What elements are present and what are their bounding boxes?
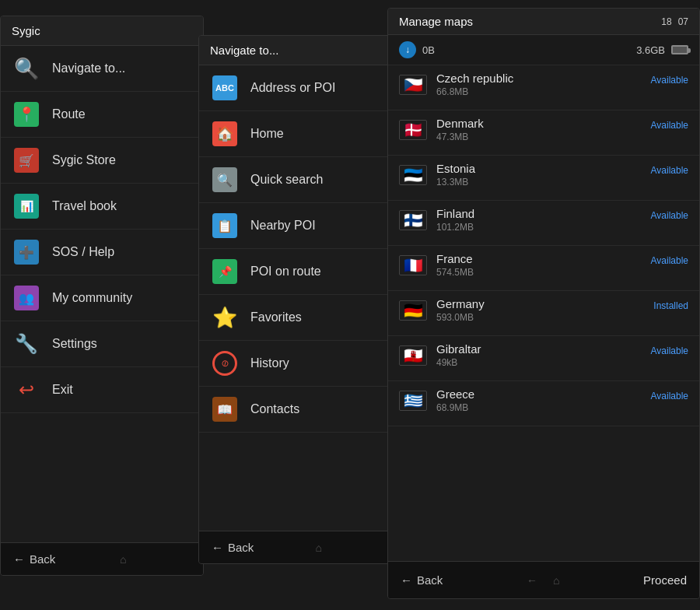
proceed-label: Proceed <box>643 573 687 587</box>
panel2-home-indicator: ⌂ <box>315 542 321 554</box>
panel3-back-button[interactable]: ← Back <box>401 573 443 587</box>
map-item-czech[interactable]: 🇨🇿 Czech republic 66.8MB Available <box>388 65 699 110</box>
map-status-denmark: Available <box>634 120 688 131</box>
map-item-estonia[interactable]: 🇪🇪 Estonia 13.3MB Available <box>388 156 699 201</box>
community-icon: 👥 <box>12 283 41 313</box>
menu-item-sos[interactable]: ➕ SOS / Help <box>1 230 203 275</box>
favorites-icon: ⭐ <box>210 303 240 332</box>
favorites-label: Favorites <box>250 310 302 324</box>
proceed-button[interactable]: Proceed <box>643 573 687 587</box>
map-name-finland: Finland <box>436 207 634 220</box>
map-item-denmark[interactable]: 🇩🇰 Denmark 47.3MB Available <box>388 110 699 156</box>
map-status-france: Available <box>634 255 688 266</box>
panel1-back-label: Back <box>30 552 55 566</box>
poiroute-icon: 📌 <box>210 257 240 286</box>
menu-item-nearbypoi[interactable]: 📋 Nearby POI <box>199 203 396 249</box>
map-info-finland: Finland 101.2MB <box>436 207 634 233</box>
contacts-icon: 📖 <box>210 394 240 424</box>
exit-icon: ↩ <box>12 375 41 405</box>
map-size-gibraltar: 49kB <box>436 357 634 368</box>
map-name-czech: Czech republic <box>436 72 634 85</box>
panel2-bottom-bar: ← Back ⌂ <box>199 531 396 563</box>
map-item-germany[interactable]: 🇩🇪 Germany 593.0MB Installed <box>388 291 699 336</box>
panel1-back-button[interactable]: ← Back <box>13 552 55 566</box>
route-icon: 📍 <box>12 100 41 129</box>
map-item-finland[interactable]: 🇫🇮 Finland 101.2MB Available <box>388 201 699 246</box>
map-item-france[interactable]: 🇫🇷 France 574.5MB Available <box>388 246 699 291</box>
nearbypoi-label: Nearby POI <box>250 219 316 233</box>
store-icon: 🛒 <box>12 145 41 175</box>
history-icon: ⊘ <box>210 349 240 378</box>
panel1-home-indicator: ⌂ <box>120 553 126 566</box>
menu-item-route[interactable]: 📍 Route <box>1 92 203 138</box>
quicksearch-icon: 🔍 <box>210 165 240 195</box>
panel2-back-label: Back <box>228 541 254 554</box>
map-status-greece: Available <box>634 391 688 401</box>
menu-item-quicksearch[interactable]: 🔍 Quick search <box>199 157 396 203</box>
panel2-back-button[interactable]: ← Back <box>212 541 254 554</box>
menu-item-history[interactable]: ⊘ History <box>199 341 396 387</box>
map-item-greece[interactable]: 🇬🇷 Greece 68.9MB Available <box>388 381 699 426</box>
menu-item-exit[interactable]: ↩ Exit <box>1 367 203 413</box>
store-label: Sygic Store <box>52 153 116 167</box>
community-label: My community <box>52 291 132 305</box>
flag-france: 🇫🇷 <box>399 255 427 275</box>
menu-item-store[interactable]: 🛒 Sygic Store <box>1 138 203 184</box>
menu-item-community[interactable]: 👥 My community <box>1 275 203 321</box>
home-icon: 🏠 <box>210 119 240 149</box>
map-size-estonia: 13.3MB <box>436 177 634 188</box>
panel-sygic-main: Sygic 🔍 Navigate to... 📍 Route 🛒 Sygic S… <box>0 16 204 576</box>
menu-item-settings[interactable]: 🔧 Settings <box>1 321 203 367</box>
map-item-gibraltar[interactable]: 🇬🇮 Gibraltar 49kB Available <box>388 336 699 381</box>
home-label: Home <box>250 127 284 141</box>
map-status-czech: Available <box>634 75 688 86</box>
address-icon: ABC <box>210 73 240 103</box>
history-label: History <box>250 356 289 370</box>
menu-item-contacts[interactable]: 📖 Contacts <box>199 387 396 433</box>
menu-item-favorites[interactable]: ⭐ Favorites <box>199 295 396 341</box>
panel3-back-label: Back <box>417 573 443 587</box>
map-status-germany: Installed <box>634 300 688 311</box>
map-name-denmark: Denmark <box>436 117 634 130</box>
menu-item-home[interactable]: 🏠 Home <box>199 111 396 157</box>
map-info-czech: Czech republic 66.8MB <box>436 72 634 97</box>
settings-label: Settings <box>52 337 97 351</box>
menu-item-poiroute[interactable]: 📌 POI on route <box>199 249 396 295</box>
battery-icon <box>671 45 688 54</box>
time-minutes: 07 <box>678 16 688 27</box>
map-size-france: 574.5MB <box>436 267 634 278</box>
map-info-germany: Germany 593.0MB <box>436 297 634 323</box>
flag-germany: 🇩🇪 <box>399 300 427 321</box>
storage-total: 3.6GB <box>636 44 665 56</box>
manage-maps-header: Manage maps 18 07 <box>388 9 699 35</box>
map-size-denmark: 47.3MB <box>436 131 634 142</box>
menu-item-navigate[interactable]: 🔍 Navigate to... <box>1 46 203 92</box>
sygic-title: Sygic <box>12 24 40 37</box>
map-info-gibraltar: Gibraltar 49kB <box>436 342 634 368</box>
menu-item-address[interactable]: ABC Address or POI <box>199 65 396 111</box>
menu-item-travelbook[interactable]: 📊 Travel book <box>1 184 203 230</box>
navigate-icon: 🔍 <box>12 54 41 83</box>
map-size-finland: 101.2MB <box>436 222 634 233</box>
map-info-denmark: Denmark 47.3MB <box>436 117 634 142</box>
map-name-estonia: Estonia <box>436 162 634 175</box>
panel2-back-arrow: ← <box>212 541 223 554</box>
map-info-greece: Greece 68.9MB <box>436 387 634 413</box>
travelbook-label: Travel book <box>52 199 117 213</box>
sos-icon: ➕ <box>12 237 41 267</box>
route-label: Route <box>52 107 86 121</box>
manage-maps-title: Manage maps <box>399 15 473 28</box>
flag-gibraltar: 🇬🇮 <box>399 345 427 366</box>
navigate-to-menu-list: ABC Address or POI 🏠 Home 🔍 Quick search… <box>199 65 396 433</box>
download-icon: ↓ <box>399 41 416 58</box>
navigate-label: Navigate to... <box>52 61 125 75</box>
storage-used: 0B <box>422 44 435 56</box>
map-status-finland: Available <box>634 210 688 221</box>
map-status-gibraltar: Available <box>634 345 688 356</box>
panel3-back-arrow: ← <box>401 573 412 587</box>
map-info-france: France 574.5MB <box>436 252 634 278</box>
address-label: Address or POI <box>250 81 335 95</box>
flag-czech: 🇨🇿 <box>399 75 427 95</box>
settings-icon: 🔧 <box>12 329 41 359</box>
flag-greece: 🇬🇷 <box>399 391 427 411</box>
